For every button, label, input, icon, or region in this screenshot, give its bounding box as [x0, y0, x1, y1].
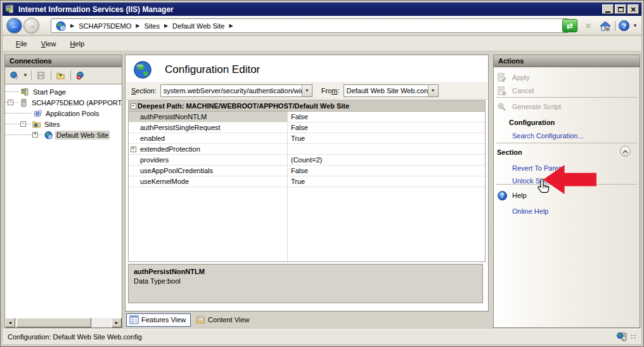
- help-link[interactable]: ? Help: [494, 190, 636, 201]
- row-expand-icon[interactable]: +: [131, 147, 136, 152]
- resize-grip[interactable]: [631, 335, 636, 339]
- tree-item-default-web-site[interactable]: + ? Default Web Site: [5, 129, 122, 140]
- back-arrow-icon: ←: [10, 21, 18, 30]
- breadcrumb-chevron-icon: ▶: [164, 23, 168, 29]
- web-site-globe-icon: ?: [44, 131, 53, 140]
- content-view-icon: [196, 315, 205, 324]
- generate-script-button-disabled: Generate Script: [494, 101, 636, 112]
- tree-expander-icon[interactable]: +: [32, 132, 38, 138]
- scroll-right-icon[interactable]: ►: [112, 318, 122, 327]
- cursor-hand-icon: [536, 178, 551, 195]
- search-configuration-link[interactable]: Search Configuration...: [494, 130, 636, 141]
- menu-file[interactable]: File: [10, 38, 33, 49]
- cancel-button-disabled: Cancel: [494, 85, 636, 96]
- from-combobox[interactable]: Default Web Site Web.config ▼: [344, 84, 439, 97]
- grid-row[interactable]: authPersistSingleRequest False: [129, 122, 485, 133]
- save-connections-icon-disabled: [36, 71, 46, 80]
- connections-header: Connections: [5, 55, 122, 67]
- breadcrumb-item-server[interactable]: SCHAP75DEMO: [79, 22, 131, 30]
- status-text: Configuration: Default Web Site Web.conf…: [8, 333, 617, 341]
- navigation-toolbar: ← → ? ▶ SCHAP75DEMO ▶ Sites ▶ Default We…: [3, 16, 641, 36]
- tab-features-view[interactable]: Features View: [126, 313, 191, 327]
- maximize-button[interactable]: [615, 4, 626, 14]
- property-data-type: Data Type:bool: [134, 277, 477, 285]
- toolbar-separator: [615, 21, 615, 31]
- connections-horizontal-scrollbar[interactable]: ◄ ►: [5, 318, 122, 327]
- breadcrumb-item-default-web-site[interactable]: Default Web Site: [172, 22, 224, 30]
- iis-app-icon: [5, 4, 15, 14]
- combo-dropdown-icon[interactable]: ▼: [428, 85, 438, 96]
- home-icon[interactable]: [599, 20, 612, 32]
- actions-header: Actions: [494, 55, 640, 67]
- scroll-left-icon[interactable]: ◄: [5, 318, 15, 327]
- back-button[interactable]: ←: [6, 18, 22, 34]
- title-bar: Internet Information Services (IIS) Mana…: [3, 3, 641, 16]
- property-description-box: authPersistNonNTLM Data Type:bool: [128, 264, 483, 303]
- sites-folder-icon: [32, 120, 41, 129]
- create-connection-icon[interactable]: [10, 71, 19, 80]
- actions-separator: [496, 97, 637, 98]
- up-level-folder-icon[interactable]: [56, 71, 65, 80]
- grid-row[interactable]: enabled True: [129, 133, 485, 144]
- section-selector-band: Section: system.webServer/security/authe…: [126, 82, 487, 100]
- section-group-header: Section: [494, 147, 636, 158]
- connections-toolbar: ▼: [5, 67, 122, 83]
- grid-row[interactable]: + extendedProtection: [129, 144, 485, 155]
- tree-item-application-pools[interactable]: Application Pools: [5, 108, 122, 119]
- view-tabs: Features View Content View: [126, 313, 254, 327]
- toolbar-separator: [70, 70, 71, 81]
- menu-view[interactable]: View: [35, 38, 62, 49]
- grid-group-header[interactable]: - Deepest Path: MACHINE/WEBROOT/APPHOST/…: [129, 101, 485, 112]
- close-button[interactable]: ✕: [628, 4, 639, 14]
- collapse-section-icon[interactable]: [620, 146, 631, 157]
- grid-row[interactable]: useAppPoolCredentials False: [129, 166, 485, 176]
- server-icon: [19, 98, 29, 107]
- grid-row[interactable]: providers (Count=2): [129, 155, 485, 166]
- site-globe-icon: ?: [56, 21, 66, 31]
- property-name: authPersistNonNTLM: [134, 268, 477, 275]
- start-page-icon: [20, 88, 30, 96]
- forward-button[interactable]: →: [23, 18, 39, 34]
- help-caret-icon[interactable]: ▼: [633, 23, 638, 29]
- grid-row[interactable]: authPersistNonNTLM False: [129, 112, 485, 122]
- breadcrumb[interactable]: ? ▶ SCHAP75DEMO ▶ Sites ▶ Default Web Si…: [51, 18, 569, 33]
- forward-arrow-icon: →: [27, 21, 35, 30]
- configuration-editor-icon: [133, 60, 152, 79]
- from-label: From:: [321, 87, 340, 95]
- combo-dropdown-icon[interactable]: ▼: [302, 85, 312, 96]
- application-pools-icon: [33, 109, 42, 118]
- window-title: Internet Information Services (IIS) Mana…: [18, 5, 601, 14]
- delete-connection-icon[interactable]: [75, 71, 85, 80]
- tree-item-start-page[interactable]: Start Page: [5, 86, 122, 97]
- configuration-group-header: Configuration: [494, 117, 636, 128]
- svg-text:?: ?: [61, 25, 64, 30]
- minimize-button[interactable]: [602, 4, 614, 14]
- connections-tree: Start Page - SCHAP75DEMO (APPPORTAL: [5, 84, 122, 318]
- tree-expander-icon[interactable]: -: [8, 100, 13, 105]
- online-help-link[interactable]: Online Help: [494, 206, 636, 217]
- create-connection-caret-icon[interactable]: ▼: [23, 72, 28, 78]
- grid-row[interactable]: useKernelMode True: [129, 176, 485, 187]
- breadcrumb-chevron-icon: ▶: [70, 23, 74, 29]
- menu-help[interactable]: Help: [64, 38, 90, 49]
- tab-content-view[interactable]: Content View: [193, 314, 254, 326]
- help-icon: ?: [498, 191, 507, 200]
- tree-item-sites[interactable]: - Sites: [5, 119, 122, 129]
- features-view-icon: [129, 315, 139, 324]
- group-collapse-icon[interactable]: -: [131, 103, 136, 109]
- stop-button-disabled: ✕: [581, 19, 596, 32]
- apply-icon: [497, 73, 507, 82]
- refresh-icon: ⇄: [567, 22, 573, 30]
- scrollbar-thumb[interactable]: [16, 318, 91, 327]
- section-combobox[interactable]: system.webServer/security/authentication…: [160, 84, 312, 97]
- revert-to-parent-link[interactable]: Revert To Parent: [494, 162, 636, 174]
- actions-separator: [496, 143, 637, 143]
- breadcrumb-item-sites[interactable]: Sites: [144, 22, 159, 30]
- help-icon[interactable]: ?: [619, 20, 629, 31]
- refresh-button[interactable]: ⇄: [562, 19, 577, 32]
- connection-status-icon: [617, 332, 628, 342]
- tree-expander-icon[interactable]: -: [20, 121, 26, 127]
- tree-item-server[interactable]: - SCHAP75DEMO (APPPORTAL: [5, 97, 122, 108]
- stop-icon: ✕: [585, 22, 591, 30]
- actions-panel: Actions Apply Cancel Generat: [493, 55, 640, 328]
